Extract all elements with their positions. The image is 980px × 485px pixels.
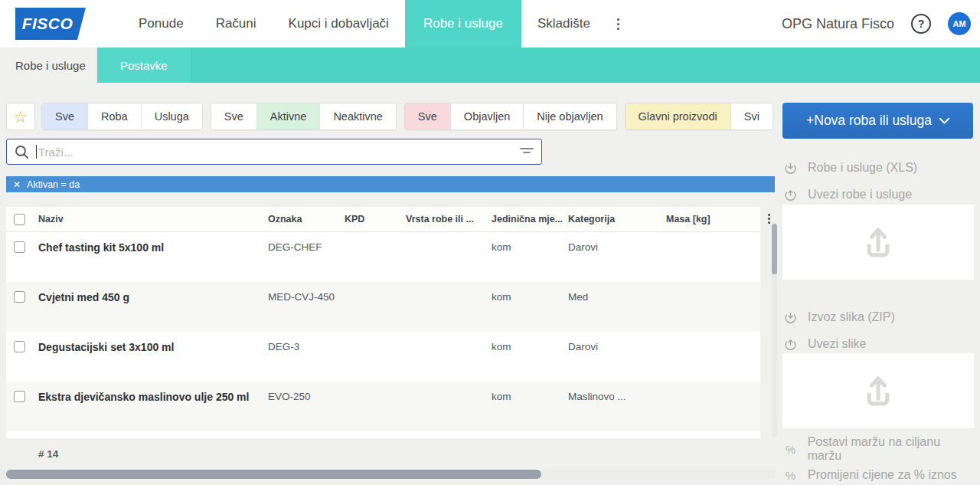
organization-name: OPG Natura Fisco bbox=[782, 16, 894, 32]
favorites-filter-button[interactable]: ☆ bbox=[6, 103, 35, 130]
export-images-label: Izvoz slika (ZIP) bbox=[808, 310, 895, 324]
row-checkbox[interactable] bbox=[14, 341, 25, 352]
products-upload-dropzone[interactable] bbox=[782, 205, 974, 280]
table-row[interactable]: Degustacijski set 3x100 ml DEG-3 kom Dar… bbox=[6, 332, 760, 382]
star-icon: ☆ bbox=[14, 109, 28, 125]
main-nav: Ponude Računi Kupci i dobavljači Robe i … bbox=[122, 0, 630, 48]
upload-circle-icon bbox=[784, 188, 797, 202]
export-images-link[interactable]: Izvoz slika (ZIP) bbox=[784, 308, 974, 326]
filter-group-published: Sve Objavljen Nije objavljen bbox=[404, 103, 617, 130]
vertical-scrollbar[interactable] bbox=[772, 222, 777, 437]
column-header-masa[interactable]: Masa [kg] bbox=[666, 214, 756, 224]
download-circle-icon bbox=[784, 162, 797, 175]
new-product-button-label: +Nova roba ili usluga bbox=[806, 113, 932, 129]
nav-item-racuni[interactable]: Računi bbox=[200, 0, 273, 48]
products-table: Naziv Oznaka KPD Vrsta robe ili ... Jedi… bbox=[6, 207, 760, 438]
partial-row bbox=[6, 431, 760, 438]
nav-overflow-menu-icon[interactable] bbox=[606, 0, 630, 48]
chip-close-icon[interactable]: ✕ bbox=[6, 179, 27, 190]
text-caret bbox=[36, 145, 37, 159]
import-products-link[interactable]: Uvezi robe i usluge bbox=[784, 185, 974, 204]
filter-published-objavljen[interactable]: Objavljen bbox=[451, 103, 524, 129]
filter-lines-icon[interactable] bbox=[520, 146, 534, 157]
export-products-link[interactable]: Robe i usluge (XLS) bbox=[784, 159, 974, 177]
navbar-right: OPG Natura Fisco ? AM bbox=[782, 0, 980, 48]
table-row[interactable]: Cvjetni med 450 g MED-CVJ-450 kom Med bbox=[6, 282, 760, 332]
row-checkbox[interactable] bbox=[14, 291, 25, 303]
filter-active-neaktivne[interactable]: Neaktivne bbox=[320, 103, 395, 129]
filter-published-sve[interactable]: Sve bbox=[405, 103, 451, 129]
select-all-checkbox[interactable] bbox=[14, 214, 25, 225]
cell-kategorija: Med bbox=[568, 291, 666, 303]
cell-oznaka: MED-CVJ-450 bbox=[268, 291, 345, 303]
filter-type-roba[interactable]: Roba bbox=[88, 103, 142, 129]
filter-main-glavni-proizvodi[interactable]: Glavni proizvodi bbox=[626, 103, 731, 129]
filter-row: ☆ Sve Roba Usluga Sve Aktivne Neaktivne … bbox=[6, 103, 773, 130]
download-circle-icon bbox=[784, 311, 797, 324]
filter-group-main-products: Glavni proizvodi Svi bbox=[625, 103, 773, 130]
table-row[interactable]: Chef tasting kit 5x100 ml DEG-CHEF kom D… bbox=[6, 232, 760, 282]
cell-kategorija: Darovi bbox=[568, 241, 666, 253]
upload-tray-icon bbox=[858, 370, 899, 411]
nav-item-skladiste[interactable]: Skladište bbox=[521, 0, 606, 48]
search-icon bbox=[15, 145, 29, 159]
nav-item-kupci-i-dobavljaci[interactable]: Kupci i dobavljači bbox=[273, 0, 405, 48]
new-product-button[interactable]: +Nova roba ili usluga bbox=[782, 103, 973, 139]
horizontal-scrollbar-thumb[interactable] bbox=[6, 470, 541, 479]
vertical-scrollbar-thumb[interactable] bbox=[772, 224, 777, 274]
change-prices-link[interactable]: % Promijeni cijene za % iznos bbox=[784, 466, 974, 484]
import-products-label: Uvezi robe i usluge bbox=[808, 188, 912, 202]
import-images-link[interactable]: Uvezi slike bbox=[784, 335, 974, 353]
row-count: # 14 bbox=[38, 448, 58, 460]
table-row[interactable]: Ekstra djevičansko maslinovo ulje 250 ml… bbox=[6, 382, 760, 431]
column-menu-icon[interactable] bbox=[768, 214, 770, 224]
chip-label: Aktivan = da bbox=[27, 179, 80, 190]
filter-group-active: Sve Aktivne Neaktivne bbox=[211, 103, 397, 130]
column-header-kpd[interactable]: KPD bbox=[345, 214, 406, 224]
percent-icon: % bbox=[784, 443, 797, 456]
horizontal-scrollbar[interactable] bbox=[0, 470, 776, 479]
filter-group-type: Sve Roba Usluga bbox=[41, 103, 203, 130]
nav-item-ponude[interactable]: Ponude bbox=[122, 0, 200, 48]
cell-jedinicna: kom bbox=[492, 391, 568, 402]
logo-text: FISCO bbox=[15, 8, 86, 40]
filter-published-nije-objavljen[interactable]: Nije objavljen bbox=[524, 103, 616, 129]
subnav-tab-robe-i-usluge[interactable]: Robe i usluge bbox=[0, 48, 97, 83]
table-header: Naziv Oznaka KPD Vrsta robe ili ... Jedi… bbox=[6, 207, 760, 232]
cell-naziv: Chef tasting kit 5x100 ml bbox=[38, 241, 268, 254]
filter-active-aktivne[interactable]: Aktivne bbox=[257, 103, 321, 129]
cell-jedinicna: kom bbox=[492, 291, 568, 303]
column-header-oznaka[interactable]: Oznaka bbox=[268, 214, 345, 224]
column-header-vrsta[interactable]: Vrsta robe ili ... bbox=[406, 214, 492, 224]
help-icon[interactable]: ? bbox=[911, 14, 931, 34]
cell-kategorija: Darovi bbox=[568, 341, 666, 352]
filter-main-svi[interactable]: Svi bbox=[731, 103, 773, 129]
images-upload-dropzone[interactable] bbox=[782, 353, 974, 428]
filter-type-usluga[interactable]: Usluga bbox=[142, 103, 202, 129]
percent-icon: % bbox=[784, 469, 797, 482]
import-images-label: Uvezi slike bbox=[808, 337, 866, 351]
cell-jedinicna: kom bbox=[492, 241, 568, 253]
cell-oznaka: EVO-250 bbox=[268, 391, 345, 402]
upload-circle-icon bbox=[784, 338, 797, 351]
row-checkbox[interactable] bbox=[14, 241, 25, 253]
cell-oznaka: DEG-3 bbox=[268, 341, 345, 352]
column-header-kategorija[interactable]: Kategorija bbox=[568, 214, 666, 224]
cell-kategorija: Maslinovo ... bbox=[568, 391, 666, 402]
nav-item-robe-i-usluge[interactable]: Robe i usluge bbox=[405, 0, 521, 48]
filter-active-sve[interactable]: Sve bbox=[211, 103, 257, 129]
row-checkbox[interactable] bbox=[14, 391, 25, 402]
chevron-down-icon bbox=[939, 118, 949, 124]
column-header-jedinicna[interactable]: Jedinična mje... bbox=[492, 214, 568, 224]
user-avatar[interactable]: AM bbox=[948, 12, 971, 35]
app-window: FISCO Ponude Računi Kupci i dobavljači R… bbox=[0, 0, 980, 485]
search-input[interactable] bbox=[38, 146, 520, 159]
set-margin-label: Postavi maržu na ciljanu maržu bbox=[808, 435, 974, 463]
fisco-logo[interactable]: FISCO bbox=[15, 8, 86, 40]
column-header-naziv[interactable]: Naziv bbox=[38, 214, 268, 224]
cell-jedinicna: kom bbox=[492, 341, 568, 352]
subnav-tab-postavke[interactable]: Postavke bbox=[97, 48, 191, 83]
change-prices-label: Promijeni cijene za % iznos bbox=[808, 468, 957, 482]
set-margin-link[interactable]: % Postavi maržu na ciljanu maržu bbox=[784, 440, 974, 458]
filter-type-sve[interactable]: Sve bbox=[42, 103, 88, 129]
